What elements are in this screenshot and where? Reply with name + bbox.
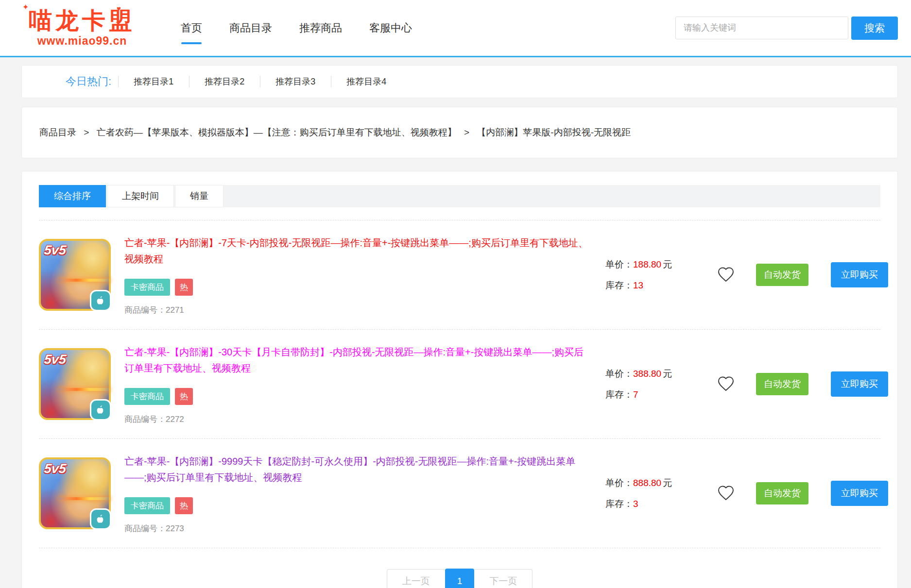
hot-tag: 热 [175, 279, 193, 296]
price-block: 单价：188.80元 库存：13 [605, 258, 696, 292]
favorite-heart-icon[interactable] [716, 266, 736, 285]
search-box: 搜索 [675, 17, 898, 40]
price-label: 单价： [605, 478, 633, 488]
product-title[interactable]: 亡者-苹果-【内部澜】-30天卡【月卡自带防封】-内部投视-无限视距—操作:音量… [124, 344, 592, 376]
tab-listing-time[interactable]: 上架时间 [107, 185, 174, 207]
hot-item-1[interactable]: 推荐目录1 [118, 74, 189, 89]
eye-glow-decoration [58, 388, 110, 391]
stock-line: 库存：3 [605, 498, 696, 510]
product-image[interactable]: 5v5 [39, 348, 111, 420]
price-block: 单价：888.80元 库存：3 [605, 477, 696, 510]
logo-text: 喵龙卡盟 [21, 8, 143, 34]
card-product-tag: 卡密商品 [124, 497, 170, 514]
hot-bar: 今日热门: 推荐目录1 推荐目录2 推荐目录3 推荐目录4 [21, 65, 898, 98]
stock-value: 7 [633, 389, 638, 400]
price-unit: 元 [663, 259, 672, 269]
main-nav: 首页 商品目录 推荐商品 客服中心 [167, 0, 426, 56]
nav-item-recommended[interactable]: 推荐商品 [286, 0, 356, 56]
auto-delivery-button[interactable]: 自动发货 [756, 373, 808, 395]
search-input[interactable] [675, 17, 848, 39]
buy-now-button[interactable]: 立即购买 [831, 262, 888, 287]
breadcrumb-category[interactable]: 亡者农药—【苹果版本、模拟器版本】—【注意：购买后订单里有下载地址、视频教程】 [97, 127, 457, 137]
product-info: 亡者-苹果-【内部澜】-30天卡【月卡自带防封】-内部投视-无限视距—操作:音量… [124, 343, 592, 425]
logo-heart-icon: ♥ [117, 4, 121, 13]
next-page-button[interactable]: 下一页 [474, 569, 533, 588]
pagination: 上一页 1 下一页 [39, 569, 880, 588]
apple-icon [91, 401, 110, 419]
sku-value: 2272 [166, 415, 184, 424]
sku-value: 2273 [166, 524, 184, 533]
breadcrumb-separator: > [84, 127, 89, 137]
hot-tag: 热 [175, 497, 193, 514]
sku-row: 商品编号：2273 [124, 523, 592, 534]
price-unit: 元 [663, 369, 672, 379]
product-image[interactable]: 5v5 [39, 457, 111, 529]
card-product-tag: 卡密商品 [124, 279, 170, 296]
apple-icon [91, 510, 110, 528]
auto-delivery-button[interactable]: 自动发货 [756, 482, 808, 504]
breadcrumb-separator: > [464, 127, 469, 137]
logo-star-icon: ✦ [22, 2, 29, 12]
sku-row: 商品编号：2272 [124, 414, 592, 425]
hot-bar-label: 今日热门: [66, 74, 111, 89]
price-label: 单价： [605, 369, 633, 379]
breadcrumb: 商品目录 > 亡者农药—【苹果版本、模拟器版本】—【注意：购买后订单里有下载地址… [21, 107, 898, 158]
price-line: 单价：888.80元 [605, 477, 696, 489]
product-title[interactable]: 亡者-苹果-【内部澜】-9999天卡【稳定防封-可永久使用】-内部投视-无限视距… [124, 454, 592, 486]
stock-label: 库存： [605, 499, 633, 509]
tab-sales[interactable]: 销量 [175, 185, 223, 207]
tag-row: 卡密商品 热 [124, 388, 592, 405]
favorite-heart-icon[interactable] [716, 484, 736, 503]
nav-item-home[interactable]: 首页 [167, 0, 216, 56]
sku-label: 商品编号： [124, 305, 166, 315]
hot-item-3[interactable]: 推荐目录3 [260, 74, 331, 89]
eye-glow-decoration [58, 497, 110, 500]
price-unit: 元 [663, 478, 672, 488]
price-line: 单价：188.80元 [605, 258, 696, 271]
product-image[interactable]: 5v5 [39, 239, 111, 311]
sku-label: 商品编号： [124, 524, 166, 533]
product-list: 5v5 亡者-苹果-【内部澜】-7天卡-内部投视-无限视距—操作:音量+-按键跳… [39, 220, 880, 548]
favorite-heart-icon[interactable] [716, 375, 736, 394]
hot-tag: 热 [175, 388, 193, 405]
buy-now-button[interactable]: 立即购买 [831, 481, 888, 506]
price-line: 单价：388.80元 [605, 368, 696, 380]
price-label: 单价： [605, 259, 633, 269]
nav-item-catalog[interactable]: 商品目录 [216, 0, 286, 56]
eye-glow-decoration [58, 279, 110, 282]
site-header: ✦ ♥ 喵龙卡盟 www.miao99.cn 首页 商品目录 推荐商品 客服中心… [0, 0, 911, 57]
price-value: 388.80 [633, 369, 661, 379]
hot-item-4[interactable]: 推荐目录4 [331, 74, 402, 89]
tag-row: 卡密商品 热 [124, 279, 592, 296]
stock-value: 3 [633, 499, 638, 509]
hot-item-2[interactable]: 推荐目录2 [189, 74, 260, 89]
stock-line: 库存：13 [605, 279, 696, 292]
price-block: 单价：388.80元 库存：7 [605, 368, 696, 401]
sku-row: 商品编号：2271 [124, 304, 592, 316]
5v5-badge: 5v5 [43, 461, 67, 476]
apple-icon [91, 291, 110, 310]
product-row: 5v5 亡者-苹果-【内部澜】-7天卡-内部投视-无限视距—操作:音量+-按键跳… [39, 220, 880, 329]
prev-page-button[interactable]: 上一页 [387, 569, 445, 588]
logo-url: www.miao99.cn [21, 34, 143, 48]
sort-tab-strip: 综合排序 上架时间 销量 [39, 185, 880, 207]
auto-delivery-button[interactable]: 自动发货 [756, 264, 808, 286]
site-logo[interactable]: ✦ ♥ 喵龙卡盟 www.miao99.cn [21, 8, 143, 48]
stock-line: 库存：7 [605, 388, 696, 401]
current-page-button[interactable]: 1 [445, 569, 475, 588]
tag-row: 卡密商品 热 [124, 497, 592, 514]
buy-now-button[interactable]: 立即购买 [831, 371, 888, 397]
product-row: 5v5 亡者-苹果-【内部澜】-30天卡【月卡自带防封】-内部投视-无限视距—操… [39, 329, 880, 438]
nav-item-support[interactable]: 客服中心 [356, 0, 426, 56]
stock-value: 13 [633, 280, 643, 290]
breadcrumb-current: 【内部澜】苹果版-内部投视-无限视距 [477, 127, 631, 137]
5v5-badge: 5v5 [43, 243, 67, 258]
product-row: 5v5 亡者-苹果-【内部澜】-9999天卡【稳定防封-可永久使用】-内部投视-… [39, 438, 880, 548]
5v5-badge: 5v5 [43, 352, 67, 367]
tab-composite-sort[interactable]: 综合排序 [39, 185, 106, 207]
product-title[interactable]: 亡者-苹果-【内部澜】-7天卡-内部投视-无限视距—操作:音量+-按键跳出菜单—… [124, 235, 592, 267]
sku-label: 商品编号： [124, 415, 166, 424]
breadcrumb-catalog[interactable]: 商品目录 [39, 127, 76, 137]
price-value: 188.80 [633, 259, 661, 269]
search-button[interactable]: 搜索 [851, 17, 898, 40]
